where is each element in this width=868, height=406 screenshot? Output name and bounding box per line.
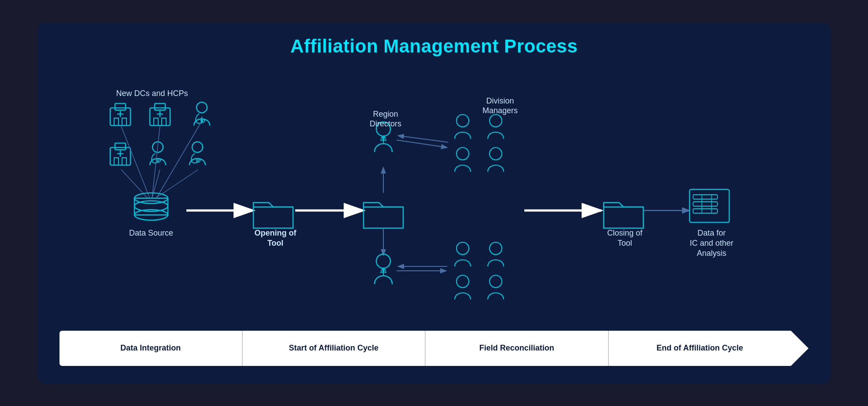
svg-point-55 [456, 275, 469, 288]
svg-rect-4 [114, 118, 119, 125]
doctor-icon-1 [194, 102, 210, 125]
svg-point-54 [490, 242, 502, 255]
svg-rect-20 [122, 158, 126, 165]
svg-rect-7 [155, 103, 165, 110]
svg-line-28 [121, 126, 150, 198]
label-data-ic-2: IC and other [690, 239, 733, 247]
hospital-icon-3 [110, 143, 130, 165]
team-icon-3 [455, 275, 471, 299]
svg-point-23 [192, 142, 203, 152]
team-icon-4 [488, 275, 504, 299]
svg-point-46 [456, 114, 469, 127]
timeline-field-reconciliation: Field Reconciliation [426, 331, 609, 366]
svg-rect-5 [122, 118, 126, 125]
timeline-data-integration: Data Integration [59, 331, 243, 366]
process-diagram: New DCs and HCPs [59, 70, 809, 317]
timeline-end-affiliation: End of Affiliation Cycle [609, 331, 809, 366]
svg-point-50 [376, 254, 390, 268]
diagram-container: Affiliation Management Process New DCs a… [37, 22, 831, 384]
label-closing-tool: Closing of [607, 229, 643, 237]
dm-icon-2 [488, 114, 504, 139]
label-region-directors-2: Directors [370, 119, 401, 128]
label-opening-tool: Opening of [255, 229, 297, 237]
timeline-start-affiliation: Start of Affiliation Cycle [243, 331, 426, 366]
opening-of-tool-icon [253, 203, 293, 228]
label-new-dcs: New DCs and HCPs [116, 89, 188, 98]
svg-point-12 [197, 102, 207, 113]
timeline-bar: Data Integration Start of Affiliation Cy… [59, 331, 809, 366]
label-division-managers: Division [486, 96, 514, 105]
dm-icon-3 [455, 148, 471, 172]
closing-of-tool-icon [604, 203, 643, 228]
label-data-ic-3: Analysis [697, 249, 726, 258]
svg-rect-16 [115, 143, 126, 150]
svg-point-56 [490, 275, 502, 288]
label-opening-tool-2: Tool [267, 239, 284, 247]
data-source-icon [134, 193, 168, 220]
doctor-icon-3 [189, 142, 205, 165]
svg-rect-10 [154, 118, 158, 125]
svg-point-47 [490, 114, 502, 127]
svg-rect-63 [693, 209, 717, 213]
hospital-icon-1 [110, 103, 130, 125]
team-icon-1 [455, 242, 471, 266]
label-division-managers-2: Managers [482, 106, 518, 115]
middle-folder-icon [364, 203, 403, 228]
data-for-ic-icon [690, 189, 729, 222]
svg-point-48 [456, 148, 469, 160]
label-data-ic: Data for [697, 229, 726, 237]
svg-rect-62 [693, 202, 717, 206]
label-closing-tool-2: Tool [617, 239, 632, 247]
svg-rect-61 [693, 195, 717, 199]
dm-icon-4 [488, 148, 504, 172]
label-region-directors: Region [373, 110, 398, 118]
team-icon-2 [488, 242, 504, 266]
svg-rect-11 [162, 118, 166, 125]
area-manager-icon [375, 254, 392, 284]
dm-icon-1 [455, 114, 471, 139]
svg-rect-19 [114, 158, 119, 165]
label-data-source: Data Source [129, 229, 173, 237]
svg-point-49 [490, 148, 502, 160]
hospital-icon-2 [150, 103, 170, 125]
svg-rect-1 [115, 103, 126, 110]
svg-point-53 [456, 242, 469, 255]
page-title: Affiliation Management Process [59, 36, 809, 57]
